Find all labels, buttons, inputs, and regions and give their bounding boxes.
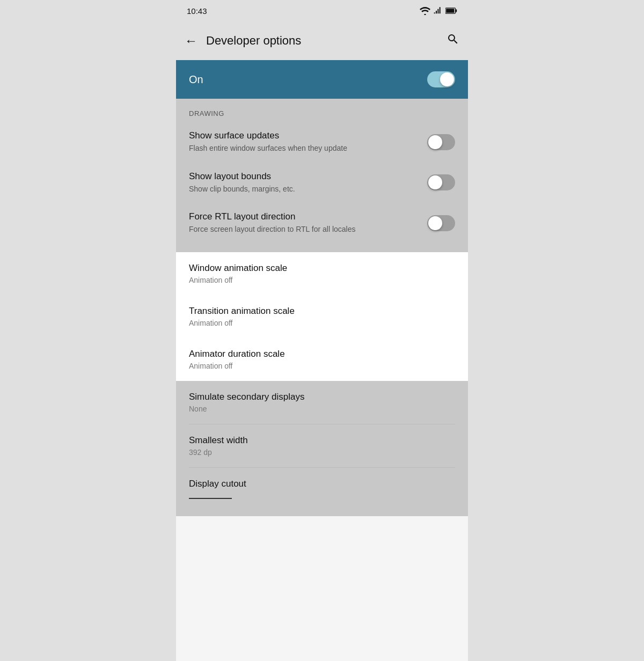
show-layout-bounds-row[interactable]: Show layout bounds Show clip bounds, mar… [176, 163, 468, 203]
window-animation-scale-row[interactable]: Window animation scale Animation off [176, 252, 468, 295]
app-bar: ← Developer options [176, 21, 468, 60]
show-surface-updates-toggle[interactable] [427, 134, 455, 150]
animation-settings-section: Window animation scale Animation off Tra… [176, 252, 468, 381]
status-bar: 10:43 [176, 0, 468, 21]
smallest-width-title: Smallest width [189, 435, 455, 446]
simulate-secondary-displays-subtitle: None [189, 405, 455, 413]
wifi-icon [420, 6, 430, 15]
show-layout-bounds-content: Show layout bounds Show clip bounds, mar… [189, 171, 427, 195]
drawing-section: DRAWING Show surface updates Flash entir… [176, 99, 468, 252]
svg-rect-2 [446, 9, 454, 13]
show-surface-updates-row[interactable]: Show surface updates Flash entire window… [176, 122, 468, 163]
show-surface-updates-content: Show surface updates Flash entire window… [189, 130, 427, 154]
simulate-secondary-displays-row[interactable]: Simulate secondary displays None [176, 381, 468, 424]
force-rtl-toggle[interactable] [427, 215, 455, 231]
transition-animation-scale-row[interactable]: Transition animation scale Animation off [176, 295, 468, 338]
developer-options-toggle-header[interactable]: On [176, 60, 468, 99]
search-button[interactable] [447, 33, 459, 49]
smallest-width-row[interactable]: Smallest width 392 dp [176, 424, 468, 467]
svg-rect-1 [456, 9, 457, 12]
drawing-section-label: DRAWING [176, 99, 468, 122]
toggle-knob-3 [428, 216, 442, 230]
search-icon [447, 33, 459, 46]
display-cutout-underline [189, 498, 232, 499]
toggle-knob [440, 72, 454, 86]
force-rtl-row[interactable]: Force RTL layout direction Force screen … [176, 203, 468, 244]
phone-frame: 10:43 ← Developer options [176, 0, 468, 661]
toggle-header-label: On [189, 74, 203, 86]
force-rtl-subtitle: Force screen layout direction to RTL for… [189, 224, 427, 235]
display-cutout-title: Display cutout [189, 479, 455, 489]
show-surface-updates-subtitle: Flash entire window surfaces when they u… [189, 143, 427, 154]
force-rtl-content: Force RTL layout direction Force screen … [189, 211, 427, 235]
status-icons [420, 6, 457, 15]
transition-animation-scale-subtitle: Animation off [189, 319, 455, 327]
battery-icon [445, 6, 457, 15]
toggle-knob-1 [428, 135, 442, 149]
animator-duration-scale-row[interactable]: Animator duration scale Animation off [176, 338, 468, 381]
window-animation-scale-title: Window animation scale [189, 263, 455, 274]
signal-icon [434, 6, 442, 15]
status-time: 10:43 [187, 6, 207, 16]
show-layout-bounds-title: Show layout bounds [189, 171, 427, 182]
window-animation-scale-subtitle: Animation off [189, 276, 455, 284]
developer-options-toggle[interactable] [427, 71, 455, 87]
smallest-width-subtitle: 392 dp [189, 448, 455, 457]
back-button[interactable]: ← [185, 33, 197, 48]
animator-duration-scale-title: Animator duration scale [189, 349, 455, 359]
page-title: Developer options [206, 34, 447, 48]
animator-duration-scale-subtitle: Animation off [189, 362, 455, 370]
toggle-knob-2 [428, 175, 442, 189]
display-cutout-row[interactable]: Display cutout [176, 468, 468, 512]
show-layout-bounds-toggle[interactable] [427, 174, 455, 190]
show-layout-bounds-subtitle: Show clip bounds, margins, etc. [189, 184, 427, 195]
force-rtl-title: Force RTL layout direction [189, 211, 427, 222]
show-surface-updates-title: Show surface updates [189, 130, 427, 141]
simulate-secondary-displays-title: Simulate secondary displays [189, 392, 455, 402]
transition-animation-scale-title: Transition animation scale [189, 306, 455, 317]
display-settings-section: Simulate secondary displays None Smalles… [176, 381, 468, 516]
